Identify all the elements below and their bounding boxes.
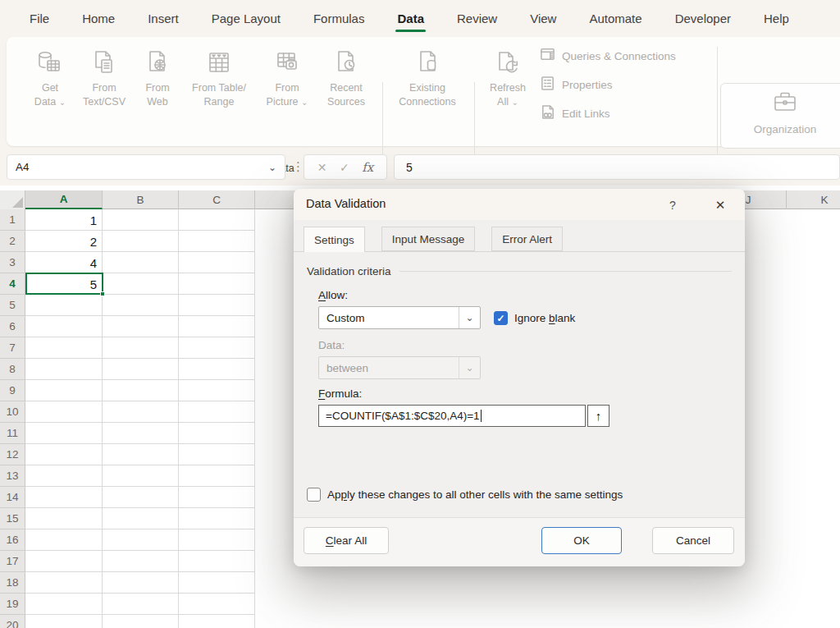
tab-settings[interactable]: Settings (304, 227, 365, 252)
column-header-a[interactable]: A (25, 190, 103, 209)
menu-view[interactable]: View (517, 7, 569, 30)
from-table-range-button[interactable]: From Table/Range (187, 45, 251, 144)
data-label: Data: (318, 339, 345, 351)
cancel-entry-icon[interactable]: ✕ (317, 161, 327, 174)
close-icon[interactable]: ✕ (709, 195, 732, 215)
menu-automate[interactable]: Automate (576, 7, 655, 30)
refresh-all-label: RefreshAll ⌄ (490, 81, 526, 109)
recent-sources-button[interactable]: RecentSources (320, 45, 372, 144)
row-header-10[interactable]: 10 (0, 401, 25, 423)
from-text-csv-label: FromText/CSV (83, 81, 126, 109)
data-validation-dialog: Data Validation ? ✕ Settings Input Messa… (294, 189, 745, 566)
cancel-button[interactable]: Cancel (652, 527, 734, 554)
name-box[interactable]: A4 ⌄ (7, 154, 285, 180)
help-button[interactable]: ? (663, 195, 682, 215)
chevron-down-icon: ⌄ (459, 357, 480, 378)
row-header-1[interactable]: 1 (0, 209, 25, 231)
column-header-c[interactable]: C (179, 190, 255, 209)
allow-dropdown-value: Custom (319, 312, 459, 324)
row-header-13[interactable]: 13 (0, 465, 25, 487)
get-data-button[interactable]: GetData ⌄ (26, 45, 74, 144)
row-header-9[interactable]: 9 (0, 380, 25, 401)
properties-label: Properties (562, 79, 613, 91)
row-header-18[interactable]: 18 (0, 572, 25, 594)
formula-input[interactable]: 5 (394, 154, 840, 180)
menu-home[interactable]: Home (69, 7, 128, 30)
row-header-16[interactable]: 16 (0, 529, 25, 551)
cell-a3[interactable]: 4 (25, 252, 102, 273)
row-header-15[interactable]: 15 (0, 508, 25, 529)
tab-error-alert[interactable]: Error Alert (491, 227, 563, 251)
row-header-20[interactable]: 20 (0, 615, 25, 628)
column-header-b[interactable]: B (103, 190, 179, 209)
briefcase-icon (769, 89, 801, 120)
properties-button[interactable]: Properties (540, 76, 613, 94)
selection-border (25, 273, 103, 295)
menu-help[interactable]: Help (751, 7, 802, 30)
cell-a1[interactable]: 1 (25, 209, 102, 231)
ok-button[interactable]: OK (541, 527, 622, 554)
cell-a2[interactable]: 2 (25, 231, 102, 252)
apply-changes-checkbox[interactable] (307, 488, 321, 502)
validation-criteria-label: Validation criteria (307, 265, 391, 277)
row-header-12[interactable]: 12 (0, 444, 25, 465)
menu-insert[interactable]: Insert (135, 7, 192, 30)
ignore-blank-label: Ignore blank (514, 312, 575, 324)
insert-function-icon[interactable]: fx (362, 160, 373, 175)
ribbon-divider (717, 47, 718, 168)
menu-file[interactable]: File (16, 7, 62, 30)
file-database-icon (413, 45, 442, 81)
from-text-csv-button[interactable]: FromText/CSV (79, 45, 130, 144)
dialog-title-bar[interactable]: Data Validation ? ✕ (294, 189, 745, 220)
checkmark-icon: ✓ (496, 313, 504, 324)
select-all-button[interactable] (0, 190, 25, 209)
organization-data-type[interactable]: Organization (736, 89, 834, 135)
table-icon (204, 45, 234, 81)
fill-handle[interactable] (100, 291, 105, 296)
column-header-k[interactable]: K (787, 190, 840, 209)
tab-input-message[interactable]: Input Message (381, 227, 476, 251)
menu-developer[interactable]: Developer (662, 7, 744, 30)
row-header-3[interactable]: 3 (0, 252, 25, 273)
clear-all-button[interactable]: Clear All (304, 527, 389, 554)
row-header-5[interactable]: 5 (0, 295, 25, 316)
menu-review[interactable]: Review (444, 7, 510, 30)
dialog-formula-value: =COUNTIF($A$1:$C$20,A4)=1 (326, 410, 480, 422)
row-header-4[interactable]: 4 (0, 273, 25, 295)
formula-bar: A4 ⌄ ⋮ ✕ ✓ fx 5 (0, 151, 840, 184)
formula-bar-drag-handle[interactable]: ⋮ (292, 159, 304, 174)
menu-bar: File Home Insert Page Layout Formulas Da… (0, 0, 840, 37)
refresh-all-button[interactable]: RefreshAll ⌄ (482, 45, 533, 144)
allow-label: Allow: (318, 289, 348, 301)
menu-page-layout[interactable]: Page Layout (199, 7, 294, 30)
row-header-11[interactable]: 11 (0, 423, 25, 444)
menu-formulas[interactable]: Formulas (300, 7, 378, 30)
row-header-column: 1 2 3 4 5 6 7 8 9 10 11 12 13 14 15 16 1… (0, 209, 25, 628)
dropdown-chevron-icon: ⌄ (59, 98, 66, 107)
row-header-8[interactable]: 8 (0, 359, 25, 380)
from-picture-button[interactable]: FromPicture ⌄ (258, 45, 317, 144)
existing-connections-button[interactable]: ExistingConnections (390, 45, 464, 144)
file-text-icon (89, 45, 119, 81)
row-header-6[interactable]: 6 (0, 316, 25, 337)
edit-links-button[interactable]: Edit Links (540, 104, 610, 122)
dialog-formula-input[interactable]: =COUNTIF($A$1:$C$20,A4)=1 (318, 405, 586, 427)
existing-connections-label: ExistingConnections (399, 81, 456, 109)
gridline (254, 209, 255, 628)
collapse-dialog-button[interactable]: ↑ (587, 405, 609, 427)
row-header-19[interactable]: 19 (0, 594, 25, 615)
from-picture-label: FromPicture ⌄ (267, 81, 308, 109)
dialog-title: Data Validation (306, 197, 386, 210)
row-header-14[interactable]: 14 (0, 487, 25, 508)
allow-dropdown[interactable]: Custom ⌄ (318, 306, 481, 329)
group-rule (399, 271, 732, 272)
from-web-button[interactable]: FromWeb (136, 45, 179, 144)
name-box-chevron-icon[interactable]: ⌄ (268, 162, 276, 173)
menu-data[interactable]: Data (384, 7, 437, 30)
queries-connections-button[interactable]: Queries & Connections (540, 47, 676, 65)
row-header-7[interactable]: 7 (0, 337, 25, 359)
ignore-blank-checkbox[interactable]: ✓ (494, 311, 508, 325)
confirm-entry-icon[interactable]: ✓ (340, 161, 349, 174)
row-header-17[interactable]: 17 (0, 551, 25, 572)
row-header-2[interactable]: 2 (0, 231, 25, 252)
